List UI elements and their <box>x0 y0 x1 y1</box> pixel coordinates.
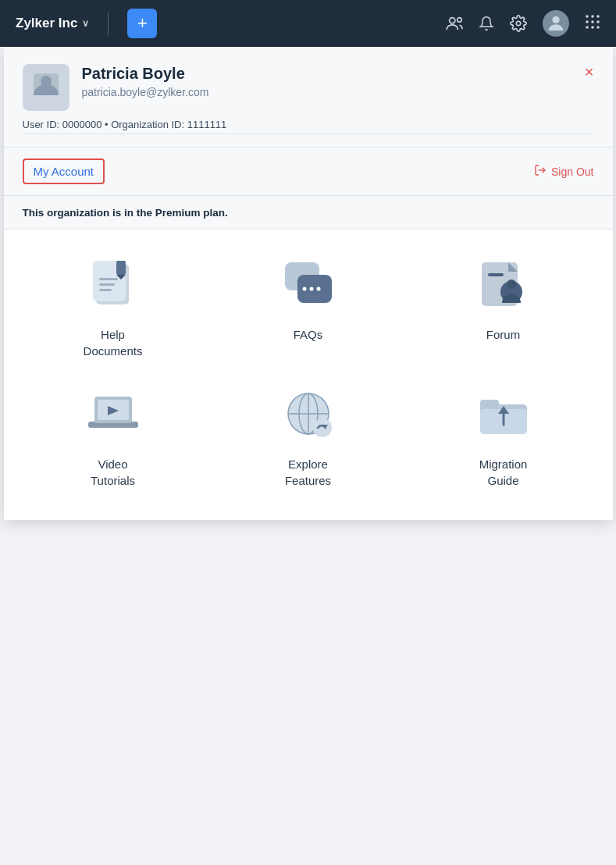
brand-chevron-icon: ∨ <box>82 18 89 29</box>
svg-rect-46 <box>480 400 499 409</box>
svg-point-8 <box>591 20 594 23</box>
faqs-label: FAQs <box>294 326 323 343</box>
svg-point-27 <box>316 287 320 291</box>
resources-grid: HelpDocuments FAQs <box>20 253 597 489</box>
gear-icon[interactable] <box>510 15 527 32</box>
topnav: Zylker Inc ∨ + <box>0 0 616 47</box>
nav-divider <box>108 12 109 35</box>
svg-point-3 <box>552 16 559 23</box>
svg-point-9 <box>596 20 600 23</box>
explore-icon <box>273 383 344 445</box>
svg-point-1 <box>458 18 462 23</box>
help-documents-item[interactable]: HelpDocuments <box>20 253 207 359</box>
svg-point-25 <box>302 287 306 291</box>
svg-point-6 <box>596 15 600 18</box>
profile-ids: User ID: 0000000 • Organization ID: 1111… <box>23 119 594 134</box>
faq-icon <box>273 253 344 315</box>
svg-point-5 <box>591 15 594 18</box>
profile-email: patricia.boyle@zylker.com <box>82 86 572 98</box>
profile-info: Patricia Boyle patricia.boyle@zylker.com <box>82 64 572 98</box>
svg-point-26 <box>309 287 313 291</box>
grid-icon[interactable] <box>585 14 600 34</box>
video-tutorials-item[interactable]: VideoTutorials <box>20 383 207 489</box>
help-doc-icon <box>78 253 148 315</box>
nav-icons <box>446 10 600 37</box>
plan-banner: This organization is in the Premium plan… <box>4 196 613 230</box>
migration-guide-label: MigrationGuide <box>479 456 528 489</box>
svg-rect-20 <box>99 278 118 280</box>
help-doc-label: HelpDocuments <box>84 326 143 359</box>
forum-item[interactable]: Forum <box>410 253 597 359</box>
svg-point-0 <box>450 18 455 23</box>
explore-features-label: ExploreFeatures <box>285 456 331 489</box>
migration-icon <box>468 383 539 445</box>
plan-text: This organization is in the Premium plan… <box>23 207 228 219</box>
forum-icon <box>468 253 539 315</box>
profile-avatar <box>23 64 69 111</box>
sign-out-label: Sign Out <box>551 166 593 178</box>
sign-out-button[interactable]: Sign Out <box>534 164 593 180</box>
profile-row: Patricia Boyle patricia.boyle@zylker.com… <box>23 64 594 111</box>
avatar[interactable] <box>543 10 569 37</box>
brand-button[interactable]: Zylker Inc ∨ <box>16 16 89 31</box>
faqs-item[interactable]: FAQs <box>215 253 402 359</box>
svg-point-33 <box>507 279 516 289</box>
explore-features-item[interactable]: ExploreFeatures <box>215 383 402 489</box>
svg-point-11 <box>591 26 594 29</box>
svg-point-7 <box>586 20 589 23</box>
account-actions: My Account Sign Out <box>4 148 613 196</box>
forum-label: Forum <box>486 326 520 343</box>
close-panel-button[interactable]: × <box>585 64 594 80</box>
profile-section: Patricia Boyle patricia.boyle@zylker.com… <box>4 47 613 148</box>
resources-section: HelpDocuments FAQs <box>4 230 613 520</box>
svg-point-2 <box>516 21 521 26</box>
svg-rect-18 <box>116 261 126 275</box>
migration-guide-item[interactable]: MigrationGuide <box>410 383 597 489</box>
video-tutorials-label: VideoTutorials <box>91 456 135 489</box>
svg-rect-22 <box>99 289 112 291</box>
brand-name: Zylker Inc <box>16 16 77 31</box>
svg-point-4 <box>586 15 589 18</box>
add-button[interactable]: + <box>127 9 157 38</box>
svg-rect-31 <box>488 273 504 276</box>
svg-point-43 <box>313 418 332 437</box>
video-icon <box>78 383 148 445</box>
my-account-button[interactable]: My Account <box>23 158 105 184</box>
svg-point-10 <box>586 26 589 29</box>
bell-icon[interactable] <box>479 15 494 32</box>
sign-out-icon <box>534 164 547 180</box>
svg-point-12 <box>596 26 600 29</box>
profile-name: Patricia Boyle <box>82 64 572 83</box>
user-panel: Patricia Boyle patricia.boyle@zylker.com… <box>4 47 613 520</box>
team-icon[interactable] <box>446 16 463 31</box>
svg-rect-21 <box>99 283 115 286</box>
